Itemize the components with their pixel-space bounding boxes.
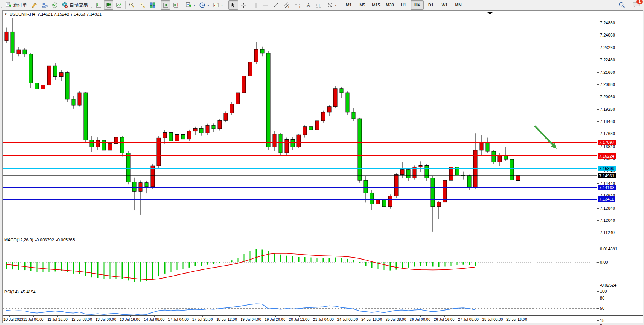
text-button[interactable]: A [304,0,313,10]
community-button[interactable] [40,0,49,10]
candle [53,66,57,76]
toolbar-drag-handle[interactable] [1,2,3,8]
toolbar-drag-handle[interactable] [225,2,227,8]
tile-windows-icon [149,2,156,8]
timeframe-m30[interactable]: M30 [383,0,396,10]
indicators-button[interactable]: ▾ [184,0,197,10]
time-axis-label: 26 Jul 16:00 [434,317,455,322]
text-label-button[interactable]: T [314,0,324,10]
price-tick-label: 7.17660 [600,131,615,136]
time-axis-label: 28 Jul 16:00 [506,317,527,322]
timeframe-h1[interactable]: H1 [397,0,410,10]
price-line-badge: 7.13411 [598,196,615,202]
candle [486,142,489,151]
time-tick [57,316,58,317]
timeframe-m5[interactable]: M5 [356,0,369,10]
timeframe-h4[interactable]: H4 [411,0,424,10]
price-tick-label: 7.11240 [600,230,615,235]
time-tick [179,316,179,317]
cursor-button[interactable] [228,0,238,10]
timeframe-mn[interactable]: MN [452,0,465,10]
bar-chart-button[interactable] [94,0,103,10]
candle [199,128,203,133]
time-tick [493,316,493,317]
macd-axis-label: 0.014691 [600,247,617,251]
symbol-ohlc-line[interactable]: ▼ USDCNH-,H4 7.14621 7.15248 7.14353 7.1… [4,12,102,16]
time-tick [154,316,155,317]
timeframe-m15[interactable]: M15 [370,0,383,10]
price-chart-pane[interactable] [3,11,597,236]
line-chart-button[interactable] [114,0,124,10]
metaeditor-button[interactable] [29,0,39,10]
periods-button[interactable]: ▾ [198,0,210,10]
time-axis-label: 17 Jul 20:00 [192,317,213,322]
time-tick [420,316,421,317]
time-tick [517,316,517,317]
toolbar-drag-handle[interactable] [91,2,92,8]
toolbar-drag-handle[interactable] [339,2,341,8]
zoom-in-button[interactable] [127,0,137,10]
setup-group: ▾ ▾ ▾ [183,0,225,10]
pane-divider[interactable] [3,236,643,237]
signals-button[interactable] [50,0,59,10]
candle [425,165,429,178]
time-tick [348,316,348,317]
templates-button[interactable]: ▾ [211,0,224,10]
crosshair-button[interactable] [239,0,248,10]
arrows-button[interactable]: ▾ [325,0,338,10]
horizontal-line-button[interactable] [261,0,271,10]
new-order-icon [5,2,12,8]
rsi-axis-label: 100 [600,289,607,293]
time-axis-label: 26 Jul 00:00 [410,317,430,322]
timeframe-d1[interactable]: D1 [424,0,437,10]
price-tick-label: 7.20060 [600,94,615,99]
vertical-line-icon [253,2,259,8]
chart-shift-button[interactable] [171,0,180,10]
time-axis-label: 18 Jul 12:00 [216,317,237,322]
time-axis[interactable]: 10 Jul 202311 Jul 00:0011 Jul 16:0012 Ju… [3,315,643,323]
search-button[interactable] [617,0,627,10]
price-tick-label: 7.19260 [600,107,615,112]
tile-windows-button[interactable] [148,0,157,10]
candlestick-chart-button[interactable] [104,0,113,10]
price-line-badge: 7.15399 [598,166,616,171]
zoom-out-button[interactable] [137,0,147,10]
price-line-badge: 7.14163 [598,185,616,190]
price-axis[interactable]: 7.248607.240607.232607.224607.216607.208… [597,11,643,315]
chart-shift-marker[interactable] [487,12,493,14]
price-tick-label: 7.24860 [600,21,615,25]
time-tick [227,316,227,317]
vertical-line-button[interactable] [252,0,260,10]
metaeditor-icon [31,2,37,8]
scroll-group [160,0,181,10]
candle [254,49,258,62]
autotrade-icon [62,2,68,8]
candlestick-chart-icon [105,2,112,8]
rsi-axis-label: 50 [600,306,604,311]
symbol-period-label: USDCNH-,H4 [10,12,35,16]
timeframe-m1[interactable]: M1 [342,0,355,10]
fibonacci-button[interactable]: F [293,0,303,10]
price-line-badge: 7.14931 [598,173,616,178]
svg-text:T: T [318,3,320,7]
auto-scroll-button[interactable] [161,0,170,10]
macd-pane[interactable] [3,237,597,288]
candle [218,120,222,129]
candle [400,170,404,175]
candle [260,49,264,53]
svg-text:E: E [288,5,290,8]
search-icon [618,2,625,8]
rsi-line [6,304,475,315]
new-order-button[interactable]: 新订单 [4,0,29,10]
notifications-button[interactable]: 1 [633,1,640,9]
equidistant-channel-button[interactable]: E [282,0,292,10]
zoom-out-icon [139,2,145,8]
trendline-button[interactable] [271,0,281,10]
pane-divider[interactable] [3,288,643,290]
candle [516,176,520,181]
autotrade-button[interactable]: 自动交易 [60,0,89,10]
fibonacci-icon: F [294,2,301,8]
candle [65,73,69,99]
timeframe-w1[interactable]: W1 [438,0,451,10]
svg-text:A: A [307,2,310,8]
